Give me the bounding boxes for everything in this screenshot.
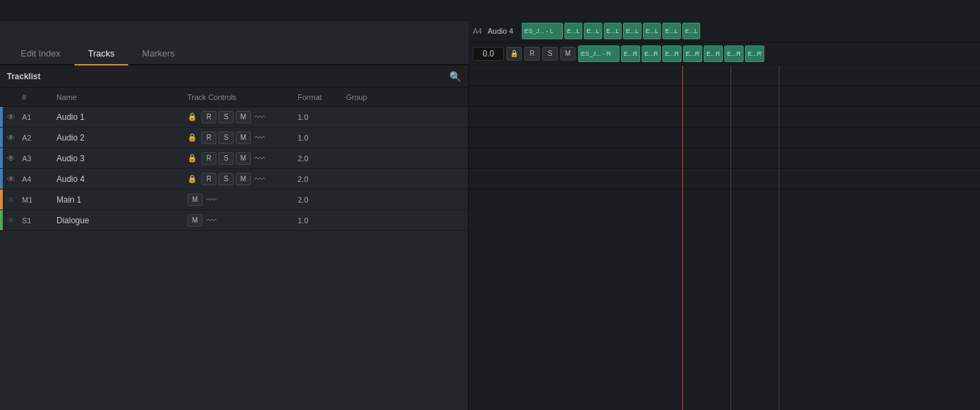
lock-icon[interactable]: 🔒: [187, 112, 197, 121]
table-row[interactable]: 👁A4Audio 4🔒RSM〰2.0: [0, 169, 468, 189]
clip-bot-7[interactable]: E...R: [724, 45, 744, 62]
track-id: A2: [19, 134, 54, 142]
table-row[interactable]: 👁A2Audio 2🔒RSM〰1.0: [0, 127, 468, 148]
table-row[interactable]: 👁A3Audio 3🔒RSM〰2.0: [0, 148, 468, 169]
clip-top-3[interactable]: E...L: [584, 23, 602, 39]
table-row[interactable]: 👁A1Audio 1🔒RSM〰1.0: [0, 107, 468, 127]
track-name: Audio 3: [54, 154, 185, 163]
table-row[interactable]: 👁M1Main 1M〰2.0: [0, 189, 468, 210]
visibility-toggle[interactable]: 👁: [0, 216, 19, 225]
m-button[interactable]: M: [236, 111, 251, 123]
col-header-format: Format: [295, 93, 343, 101]
clip-top-5[interactable]: E...L: [623, 23, 642, 39]
clip-bot-4[interactable]: E...R: [662, 45, 682, 62]
lock-button[interactable]: 🔒: [507, 47, 522, 61]
r-button[interactable]: R: [201, 173, 216, 185]
automation-icon: 〰: [255, 132, 265, 143]
visibility-toggle[interactable]: 👁: [0, 133, 19, 143]
s-button[interactable]: S: [218, 152, 234, 165]
track-list: 👁A1Audio 1🔒RSM〰1.0👁A2Audio 2🔒RSM〰1.0👁A3A…: [0, 107, 468, 231]
automation-icon: 〰: [207, 194, 216, 205]
playhead-line: [682, 65, 683, 410]
track-controls: M〰: [185, 214, 295, 227]
clip-top-7[interactable]: E...L: [662, 23, 681, 39]
track-id: A1: [19, 113, 54, 121]
clip-top-1[interactable]: ES_J... - L: [522, 23, 563, 39]
lock-icon[interactable]: 🔒: [187, 174, 197, 183]
r-button[interactable]: R: [201, 152, 216, 165]
tab-tracks[interactable]: Tracks: [74, 43, 129, 65]
track-id: A3: [19, 154, 54, 163]
track-id: S1: [19, 216, 54, 225]
visibility-toggle[interactable]: 👁: [0, 112, 19, 122]
m-button[interactable]: M: [236, 152, 251, 165]
clip-bot-8[interactable]: E...R: [745, 45, 764, 62]
track-controls: 🔒RSM〰: [185, 111, 295, 123]
table-row[interactable]: 👁S1DialogueM〰1.0: [0, 210, 468, 231]
clip-bot-6[interactable]: E...R: [704, 45, 723, 62]
timeline-row: [469, 148, 980, 169]
eye-icon: 👁: [7, 216, 15, 225]
timeline-tracks: [469, 65, 980, 189]
m-button[interactable]: M: [236, 132, 251, 144]
col-header-group: Group: [343, 93, 391, 101]
time-display: 0.0: [473, 47, 504, 61]
track-format: 1.0: [295, 113, 343, 121]
track-format: 1.0: [295, 134, 343, 142]
track-format: 2.0: [295, 175, 343, 183]
clip-bot-5[interactable]: E...R: [683, 45, 702, 62]
r-button[interactable]: R: [524, 47, 540, 61]
track-name: Dialogue: [54, 216, 185, 225]
automation-icon: 〰: [255, 174, 265, 185]
r-button[interactable]: R: [201, 111, 216, 123]
timeline-row: [469, 127, 980, 148]
m-button[interactable]: M: [236, 173, 251, 185]
right-track-id: A4: [473, 27, 482, 35]
visibility-toggle[interactable]: 👁: [0, 154, 19, 163]
visibility-toggle[interactable]: 👁: [0, 195, 19, 205]
track-controls: M〰: [185, 194, 295, 206]
automation-icon: 〰: [255, 112, 265, 123]
eye-icon: 👁: [7, 195, 15, 205]
m-button[interactable]: M: [560, 47, 575, 61]
col-header-num: #: [19, 93, 54, 101]
timeline-row: [469, 86, 980, 107]
m-button[interactable]: M: [187, 194, 203, 206]
r-button[interactable]: R: [201, 132, 216, 144]
clip-top-6[interactable]: E...L: [643, 23, 662, 39]
clip-bot-3[interactable]: E...R: [642, 45, 661, 62]
clip-top-2[interactable]: E...L: [564, 23, 583, 39]
s-button[interactable]: S: [218, 111, 234, 123]
track-format: 2.0: [295, 154, 343, 163]
search-button[interactable]: 🔍: [449, 71, 461, 82]
lock-icon[interactable]: 🔒: [187, 154, 197, 163]
clip-bot-2[interactable]: E...R: [621, 45, 640, 62]
m-button[interactable]: M: [187, 214, 203, 227]
col-header-controls: Track Controls: [185, 93, 295, 101]
s-button[interactable]: S: [542, 47, 558, 61]
track-controls: 🔒RSM〰: [185, 173, 295, 185]
track-name: Audio 2: [54, 133, 185, 143]
tab-edit-index[interactable]: Edit Index: [7, 43, 74, 65]
s-button[interactable]: S: [218, 173, 234, 185]
s-button[interactable]: S: [218, 132, 234, 144]
clip-top-4[interactable]: E...L: [604, 23, 622, 39]
automation-icon: 〰: [255, 153, 265, 164]
track-id: A4: [19, 175, 54, 183]
visibility-toggle[interactable]: 👁: [0, 174, 19, 184]
col-header-name: Name: [54, 93, 185, 101]
eye-icon: 👁: [7, 154, 15, 163]
tab-markers[interactable]: Markers: [128, 43, 188, 65]
clip-bot-1[interactable]: ES_J... - R: [578, 45, 620, 62]
tracklist-title: Tracklist: [7, 72, 41, 81]
automation-icon: 〰: [207, 215, 216, 226]
track-controls: 🔒RSM〰: [185, 132, 295, 144]
track-format: 2.0: [295, 196, 343, 204]
timeline-row: [469, 65, 980, 86]
eye-icon: 👁: [7, 133, 15, 143]
timeline-row: [469, 169, 980, 189]
lock-icon[interactable]: 🔒: [187, 133, 197, 142]
track-controls: 🔒RSM〰: [185, 152, 295, 165]
clip-top-8[interactable]: E...L: [682, 23, 701, 39]
eye-icon: 👁: [7, 174, 15, 184]
